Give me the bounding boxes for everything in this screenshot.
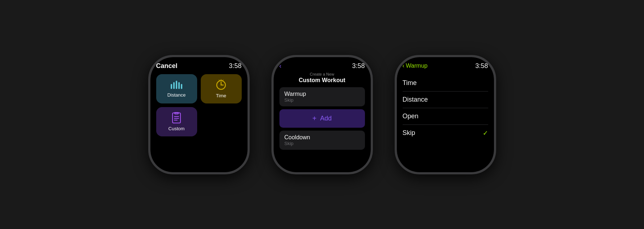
distance-button[interactable]: Distance [156, 74, 197, 103]
custom-label: Custom [169, 126, 185, 131]
svg-rect-9 [173, 113, 180, 123]
screen-title: Custom Workout [279, 77, 365, 84]
watch-2-screen: ‹ 3:58 Create a New Custom Workout Warmu… [274, 57, 371, 172]
time-label-1: 3:58 [229, 62, 241, 70]
time-label-3: 3:58 [475, 62, 488, 70]
cooldown-title: Cooldown [284, 134, 360, 141]
option-skip-label: Skip [403, 129, 415, 137]
svg-rect-4 [181, 84, 182, 89]
watch-screenshots: Cancel 3:58 Distance [148, 55, 496, 174]
custom-icon [171, 112, 182, 124]
add-plus-icon: + [312, 114, 317, 123]
add-button[interactable]: + Add [279, 109, 365, 128]
svg-rect-2 [176, 81, 177, 89]
warmup-item[interactable]: Warmup Skip [279, 87, 365, 106]
watch-1: Cancel 3:58 Distance [148, 55, 250, 174]
time-button[interactable]: Time [201, 74, 242, 103]
back-warmup-label: Warmup [406, 63, 428, 69]
add-label: Add [320, 115, 332, 122]
option-open-label: Open [403, 113, 419, 120]
cooldown-item[interactable]: Cooldown Skip [279, 131, 365, 150]
back-warmup-nav[interactable]: ‹ Warmup [403, 63, 428, 69]
watch-1-header: Cancel 3:58 [156, 62, 242, 70]
watch-3-header: ‹ Warmup 3:58 [403, 62, 488, 70]
distance-icon [170, 80, 183, 90]
watch-3: ‹ Warmup 3:58 Time Distance Open Skip ✓ [395, 55, 496, 174]
workout-grid: Distance Time [156, 74, 242, 136]
watch-3-screen: ‹ Warmup 3:58 Time Distance Open Skip ✓ [397, 57, 494, 172]
back-arrow-icon[interactable]: ‹ [279, 62, 282, 70]
time-label: Time [216, 93, 226, 98]
svg-rect-0 [171, 84, 172, 89]
option-distance-label: Distance [403, 96, 428, 103]
warmup-sub: Skip [284, 97, 360, 103]
time-icon [215, 79, 227, 91]
warmup-title: Warmup [284, 91, 360, 97]
screen-subtitle: Create a New [279, 72, 365, 76]
svg-rect-1 [173, 82, 175, 89]
back-chevron-icon: ‹ [403, 63, 404, 69]
watch-2-header: ‹ 3:58 [279, 62, 365, 70]
watch-2: ‹ 3:58 Create a New Custom Workout Warmu… [271, 55, 373, 174]
watch-1-screen: Cancel 3:58 Distance [150, 57, 248, 172]
option-skip-row[interactable]: Skip ✓ [403, 125, 488, 141]
custom-button[interactable]: Custom [156, 107, 197, 136]
time-label-2: 3:58 [352, 62, 365, 70]
svg-rect-3 [178, 82, 180, 89]
option-distance-row[interactable]: Distance [403, 92, 488, 108]
cooldown-sub: Skip [284, 141, 360, 146]
option-open-row[interactable]: Open [403, 108, 488, 125]
cancel-button[interactable]: Cancel [156, 62, 178, 70]
distance-label: Distance [167, 92, 186, 98]
option-time-label: Time [403, 79, 417, 87]
option-time-row[interactable]: Time [403, 75, 488, 92]
checkmark-icon: ✓ [483, 129, 488, 137]
